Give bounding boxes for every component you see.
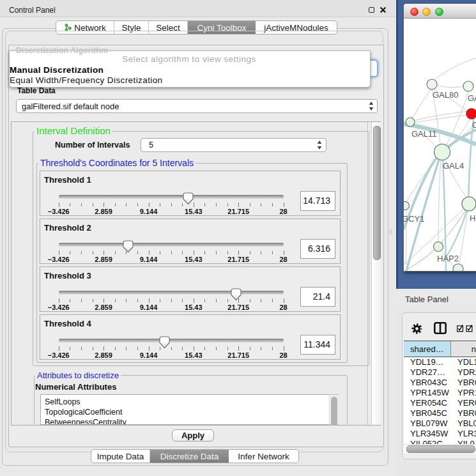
svg-text:GAL80: GAL80 [433, 90, 458, 100]
svg-text:GA: GA [468, 93, 476, 103]
svg-text:H: H [470, 213, 475, 223]
svg-text:GAL4: GAL4 [443, 161, 464, 171]
svg-text:GAL11: GAL11 [411, 129, 437, 139]
svg-text:HAP2: HAP2 [437, 254, 459, 263]
svg-text:CY: CY [472, 120, 476, 130]
svg-text:GCY1: GCY1 [404, 214, 424, 224]
